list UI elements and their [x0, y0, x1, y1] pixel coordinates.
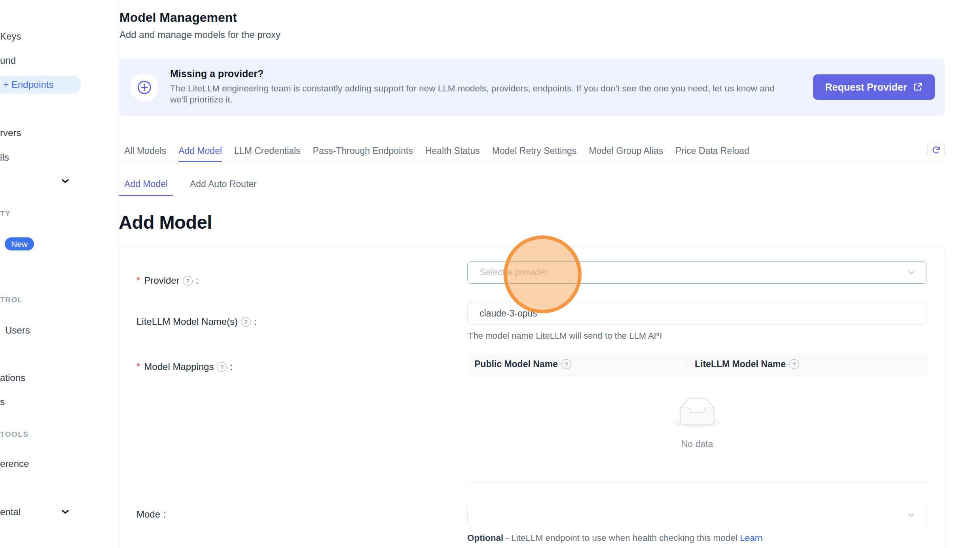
column-divider [686, 359, 686, 370]
colon: : [230, 361, 233, 372]
required-mark: * [136, 361, 140, 372]
tab-price-data-reload[interactable]: Price Data Reload [675, 141, 749, 162]
sidebar-item-label: + Endpoints [3, 79, 53, 90]
model-name-input[interactable] [467, 302, 927, 325]
model-mappings-label-text: Model Mappings [144, 361, 214, 372]
chevron-down-icon [907, 511, 916, 520]
colon: : [196, 275, 199, 286]
banner-title: Missing a provider? [170, 68, 263, 80]
help-icon[interactable]: ? [217, 362, 227, 372]
model-name-label: LiteLLM Model Name(s) ? : [136, 316, 257, 327]
chevron-down-icon[interactable] [60, 506, 71, 517]
refresh-icon [931, 145, 941, 155]
model-name-helper: The model name LiteLLM will send to the … [468, 331, 662, 341]
tab-add-model[interactable]: Add Model [178, 141, 222, 162]
banner-body-line2: we'll prioritize it. [170, 94, 233, 105]
sidebar-item-erence[interactable]: erence [0, 458, 29, 469]
add-model-subtabs: Add Model Add Auto Router [119, 173, 945, 196]
request-provider-label: Request Provider [825, 82, 907, 93]
tab-pass-through-endpoints[interactable]: Pass-Through Endpoints [313, 141, 413, 162]
mode-helper-text: - LiteLLM endpoint to use when health ch… [503, 533, 740, 543]
optional-bold: Optional [467, 533, 503, 543]
provider-label-text: Provider [144, 275, 179, 286]
help-icon[interactable]: ? [789, 359, 799, 369]
mode-select[interactable] [467, 504, 927, 526]
missing-provider-banner: Missing a provider? The LiteLLM engineer… [119, 59, 945, 116]
table-header-row: Public Model Name ? LiteLLM Model Name ? [467, 353, 927, 375]
column-public-model-name: Public Model Name ? [467, 359, 686, 370]
chevron-down-icon [907, 268, 916, 277]
column-litellm-model-name: LiteLLM Model Name ? [686, 359, 799, 370]
sidebar-item-users[interactable]: Users [5, 325, 30, 336]
new-badge: New [5, 237, 34, 250]
refresh-button[interactable] [927, 142, 945, 158]
sidebar-section-ty: TY [0, 209, 11, 218]
sidebar-item-s[interactable]: s [0, 396, 5, 408]
provider-select-placeholder: Select a provider [480, 267, 548, 278]
help-icon[interactable]: ? [561, 359, 571, 369]
chevron-down-icon[interactable] [60, 175, 71, 186]
model-mappings-table: Public Model Name ? LiteLLM Model Name ?… [467, 353, 927, 482]
mode-helper: Optional - LiteLLM endpoint to use when … [467, 533, 763, 543]
help-icon[interactable]: ? [241, 317, 251, 327]
subtab-add-model[interactable]: Add Model [119, 173, 173, 196]
sidebar-item-ental[interactable]: ental [0, 506, 21, 518]
colon: : [254, 316, 257, 327]
plus-circle-icon [130, 73, 159, 102]
page: Keys und + Endpoints rvers ils TY New TR… [0, 0, 980, 548]
sidebar-item-playground[interactable]: und [0, 55, 16, 66]
sidebar-item-servers[interactable]: rvers [0, 127, 21, 138]
column-label: Public Model Name [474, 359, 558, 370]
request-provider-button[interactable]: Request Provider [813, 74, 935, 100]
add-model-form-card: * Provider ? : Select a provider LiteLLM… [119, 246, 945, 548]
sidebar-item-ations[interactable]: ations [0, 372, 25, 383]
help-icon[interactable]: ? [183, 276, 193, 286]
sidebar-item-endpoints-active[interactable]: + Endpoints [0, 76, 81, 94]
column-label: LiteLLM Model Name [695, 359, 786, 370]
provider-label: * Provider ? : [136, 275, 198, 286]
model-mappings-label: * Model Mappings ? : [136, 361, 233, 372]
sidebar-section-tools: TOOLS [0, 430, 29, 439]
required-mark: * [136, 275, 140, 286]
empty-inbox-icon [673, 398, 721, 429]
tab-llm-credentials[interactable]: LLM Credentials [234, 141, 300, 162]
add-model-heading: Add Model [119, 211, 212, 233]
mode-label-text: Mode [136, 509, 160, 520]
sidebar-item-keys[interactable]: Keys [0, 31, 21, 42]
no-data-text: No data [681, 439, 713, 449]
table-empty-state: No data [467, 375, 927, 482]
page-title: Model Management [119, 10, 237, 25]
model-name-label-text: LiteLLM Model Name(s) [136, 316, 238, 327]
tab-all-models[interactable]: All Models [124, 141, 166, 162]
subtab-add-auto-router[interactable]: Add Auto Router [184, 173, 262, 196]
colon: : [163, 509, 166, 520]
model-hub-tabs: All Models Add Model LLM Credentials Pas… [119, 141, 945, 162]
banner-body-line1: The LiteLLM engineering team is constant… [170, 83, 775, 94]
mode-label: Mode : [136, 509, 166, 520]
learn-link[interactable]: Learn [740, 533, 763, 543]
sidebar-item-ils[interactable]: ils [0, 152, 9, 163]
sidebar-section-trol: TROL [0, 295, 23, 305]
page-subtitle: Add and manage models for the proxy [119, 29, 281, 40]
tab-health-status[interactable]: Health Status [425, 141, 480, 162]
sidebar: Keys und + Endpoints rvers ils TY New TR… [0, 0, 118, 548]
tab-model-group-alias[interactable]: Model Group Alias [589, 141, 663, 162]
provider-select[interactable]: Select a provider [467, 261, 927, 284]
external-link-icon [913, 82, 923, 92]
tab-model-retry-settings[interactable]: Model Retry Settings [492, 141, 576, 162]
